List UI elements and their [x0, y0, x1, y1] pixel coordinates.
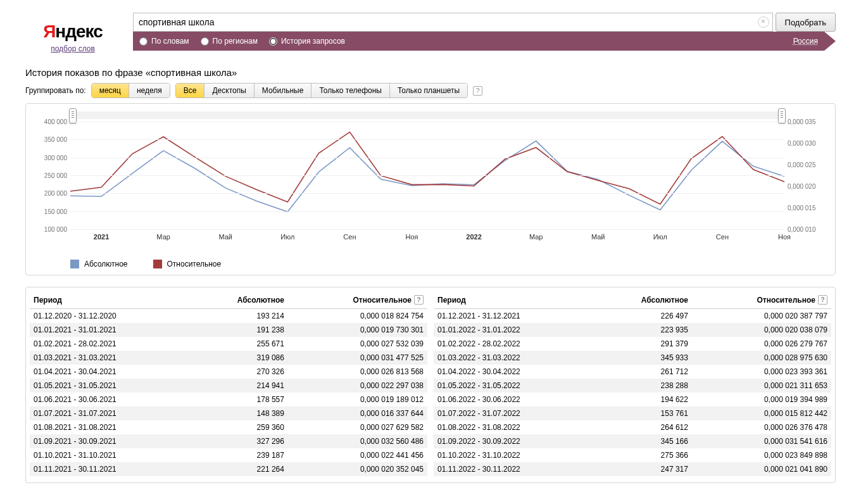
- legend-abs-swatch: [70, 260, 79, 268]
- y-axis-right-tick: 0,000 030: [788, 140, 829, 147]
- y-axis-left-tick: 100 000: [32, 226, 67, 233]
- x-axis-tick: Ноя: [405, 233, 418, 241]
- table-row: 01.04.2022 - 30.04.2022261 7120,000 023 …: [434, 365, 831, 379]
- x-axis-tick: Сен: [716, 233, 729, 241]
- y-axis-right-tick: 0,000 015: [788, 205, 829, 211]
- tab-words[interactable]: По словам: [139, 37, 189, 46]
- help-icon[interactable]: ?: [473, 86, 482, 96]
- logo[interactable]: Яндекс: [25, 22, 120, 42]
- table-row: 01.12.2021 - 31.12.2021226 4970,000 020 …: [434, 309, 831, 324]
- device-toggle: Все Десктопы Мобильные Только телефоны Т…: [175, 83, 468, 98]
- clear-icon[interactable]: ×: [758, 16, 769, 28]
- group-by-toggle: месяц неделя: [91, 83, 170, 98]
- table-row: 01.01.2022 - 31.01.2022223 9350,000 020 …: [434, 323, 831, 337]
- tab-history[interactable]: История запросов: [269, 37, 345, 46]
- table-row: 01.12.2020 - 31.12.2020193 2140,000 018 …: [30, 309, 427, 324]
- device-mobile-button[interactable]: Мобильные: [255, 84, 312, 98]
- table-row: 01.07.2021 - 31.07.2021148 3890,000 016 …: [30, 406, 427, 420]
- table-row: 01.11.2022 - 30.11.2022247 3170,000 021 …: [434, 462, 831, 476]
- x-axis-tick: 2022: [466, 233, 481, 241]
- th-abs: Абсолютное: [237, 296, 284, 305]
- table-row: 01.09.2022 - 30.09.2022345 1660,000 031 …: [434, 434, 831, 448]
- x-axis-tick: Июл: [653, 233, 667, 241]
- table-row: 01.06.2021 - 30.06.2021178 5570,000 019 …: [30, 393, 427, 406]
- history-chart: 400 000350 000300 000250 000200 000150 0…: [32, 110, 829, 256]
- table-row: 01.05.2022 - 31.05.2022238 2880,000 021 …: [434, 379, 831, 393]
- table-row: 01.06.2022 - 30.06.2022194 6220,000 019 …: [434, 393, 831, 406]
- table-row: 01.09.2021 - 30.09.2021327 2960,000 032 …: [30, 434, 427, 448]
- x-axis-tick: 2021: [94, 233, 109, 241]
- table-row: 01.04.2021 - 30.04.2021270 3260,000 026 …: [30, 365, 427, 379]
- device-tablets-button[interactable]: Только планшеты: [390, 84, 467, 98]
- x-axis-tick: Мар: [529, 233, 543, 241]
- x-axis-tick: Мар: [156, 233, 170, 241]
- table-row: 01.02.2021 - 28.02.2021255 6710,000 027 …: [30, 337, 427, 351]
- y-axis-left-tick: 200 000: [32, 190, 67, 197]
- table-row: 01.01.2021 - 31.01.2021191 2380,000 019 …: [30, 323, 427, 337]
- x-axis-tick: Июл: [280, 233, 294, 241]
- logo-y: Я: [43, 22, 55, 41]
- th-rel: Относительное: [353, 296, 412, 305]
- y-axis-left-tick: 150 000: [32, 208, 67, 215]
- submit-button[interactable]: Подобрать: [776, 13, 836, 32]
- legend-rel: Относительное: [153, 260, 222, 268]
- data-table-right: Период Абсолютное Относительное? 01.12.2…: [434, 291, 831, 476]
- th-rel: Относительное: [757, 296, 815, 305]
- table-row: 01.02.2022 - 28.02.2022291 3790,000 026 …: [434, 337, 831, 351]
- bar-tail-icon: [824, 32, 836, 51]
- help-icon[interactable]: ?: [414, 295, 424, 305]
- y-axis-left-tick: 350 000: [32, 136, 67, 143]
- legend-abs: Абсолютное: [70, 260, 128, 268]
- region-link[interactable]: Россия: [793, 37, 818, 46]
- y-axis-left-tick: 300 000: [32, 154, 67, 161]
- device-desktop-button[interactable]: Десктопы: [204, 84, 254, 98]
- y-axis-left-tick: 400 000: [32, 118, 67, 125]
- table-row: 01.05.2021 - 31.05.2021214 9410,000 022 …: [30, 379, 427, 393]
- logo-block: Яндекс подбор слов: [25, 13, 120, 53]
- help-icon[interactable]: ?: [818, 295, 827, 305]
- table-row: 01.08.2021 - 31.08.2021259 3600,000 027 …: [30, 420, 427, 434]
- logo-sublink[interactable]: подбор слов: [51, 44, 95, 53]
- y-axis-right-tick: 0,000 035: [788, 118, 829, 125]
- table-row: 01.03.2021 - 31.03.2021319 0860,000 031 …: [30, 351, 427, 365]
- x-axis-tick: Ноя: [778, 233, 791, 241]
- device-all-button[interactable]: Все: [176, 84, 205, 98]
- table-row: 01.03.2022 - 31.03.2022345 9330,000 028 …: [434, 351, 831, 365]
- search-input[interactable]: [133, 13, 773, 32]
- page-title: История показов по фразе «спортивная шко…: [25, 67, 836, 78]
- tab-regions[interactable]: По регионам: [201, 37, 258, 46]
- table-row: 01.11.2021 - 30.11.2021221 2640,000 020 …: [30, 462, 427, 476]
- device-phones-button[interactable]: Только телефоны: [311, 84, 390, 98]
- table-row: 01.08.2022 - 31.08.2022264 6120,000 026 …: [434, 420, 831, 434]
- th-period: Период: [34, 296, 62, 305]
- group-by-label: Группировать по:: [25, 86, 86, 95]
- x-axis-tick: Май: [218, 233, 232, 241]
- logo-rest: ндекс: [55, 22, 102, 41]
- x-axis-tick: Май: [591, 233, 605, 241]
- data-table-left: Период Абсолютное Относительное? 01.12.2…: [30, 291, 427, 476]
- y-axis-right-tick: 0,000 020: [788, 183, 829, 190]
- x-axis-tick: Сен: [343, 233, 356, 241]
- group-month-button[interactable]: месяц: [92, 84, 129, 98]
- y-axis-right-tick: 0,000 010: [788, 226, 829, 233]
- legend-rel-swatch: [153, 260, 162, 268]
- th-period: Период: [437, 296, 466, 305]
- table-row: 01.10.2022 - 31.10.2022275 3660,000 023 …: [434, 448, 831, 462]
- table-row: 01.07.2022 - 31.07.2022153 7610,000 015 …: [434, 406, 831, 420]
- y-axis-left-tick: 250 000: [32, 172, 67, 179]
- y-axis-right-tick: 0,000 025: [788, 161, 829, 168]
- table-row: 01.10.2021 - 31.10.2021239 1870,000 022 …: [30, 448, 427, 462]
- th-abs: Абсолютное: [641, 296, 688, 305]
- group-week-button[interactable]: неделя: [129, 84, 170, 98]
